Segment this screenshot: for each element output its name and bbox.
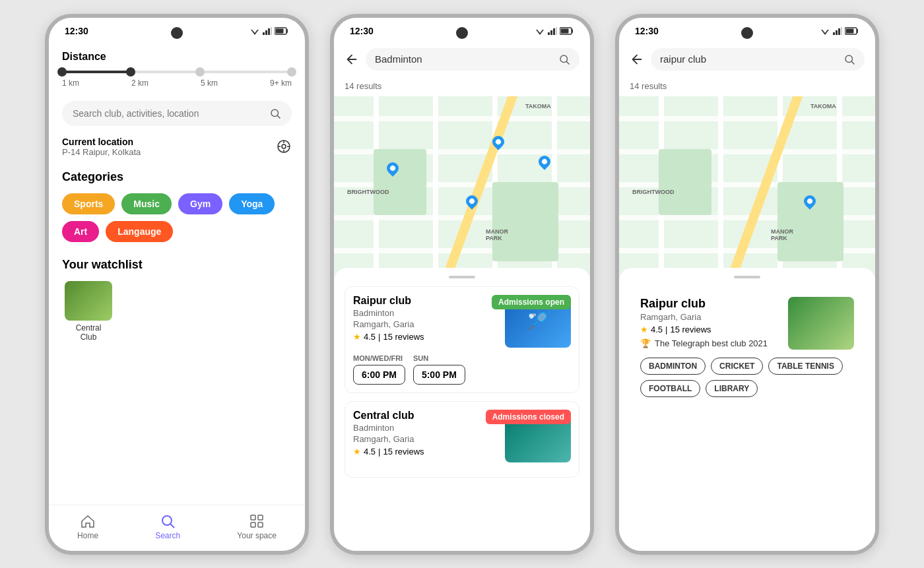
signal-icon-2 [548, 27, 557, 35]
svg-rect-19 [258, 515, 263, 520]
svg-rect-21 [258, 522, 263, 527]
svg-rect-25 [550, 30, 552, 35]
club-award-badge: 🏆 The Telegraph best club 2021 [640, 338, 780, 348]
nav-space[interactable]: Your space [237, 513, 277, 540]
star-icon: ★ [353, 332, 361, 342]
home-icon [80, 513, 96, 529]
club-reviews: 15 reviews [670, 325, 711, 334]
map-area-3[interactable]: BRIGHTWOOD MANORPARK TAKOMA [619, 96, 875, 281]
search-input-3[interactable] [660, 53, 838, 65]
map-label-takoma: TAKOMA [525, 103, 551, 110]
chip-sports[interactable]: Sports [62, 193, 115, 214]
card-info-raipur: Raipur club Badminton Ramgarh, Garia ★ 4… [353, 295, 497, 348]
slider-thumb-4[interactable] [287, 67, 296, 77]
location-title: Current location [62, 137, 141, 147]
chip-gym[interactable]: Gym [178, 193, 222, 214]
battery-icon [275, 27, 289, 35]
club-detail-location: Ramgarh, Garia [640, 312, 780, 322]
slider-thumb-1[interactable] [57, 67, 67, 77]
chip-language[interactable]: Langauge [106, 221, 173, 242]
search-icon-2[interactable] [558, 53, 570, 65]
nav-space-label: Your space [237, 531, 277, 540]
tag-football[interactable]: FOOTBALL [640, 380, 700, 397]
trophy-icon: 🏆 [640, 338, 651, 348]
result-card-raipur[interactable]: Admissions open Raipur club Badminton Ra… [345, 286, 579, 393]
chip-music[interactable]: Music [121, 193, 172, 214]
watchlist-title: Your watchlist [62, 258, 292, 272]
svg-point-30 [560, 55, 568, 63]
tag-table-tennis[interactable]: TABLE TENNIS [768, 358, 842, 375]
reviews-count-2: 15 reviews [383, 447, 424, 457]
nav-home[interactable]: Home [77, 513, 98, 540]
distance-slider[interactable]: 1 km 2 km 5 km 9+ km [62, 71, 292, 88]
nav-search-label: Search [155, 531, 180, 540]
watchlist-thumbnail [65, 281, 112, 321]
club-rating-value: 4.5 [651, 325, 663, 334]
svg-point-40 [845, 55, 853, 63]
svg-line-9 [277, 115, 280, 118]
schedule-day-2: SUN [413, 354, 465, 362]
watchlist-item-central[interactable]: CentralClub [62, 281, 115, 342]
reviews-count: 15 reviews [383, 332, 424, 342]
results-sheet-3: Raipur club Ramgarh, Garia ★ 4.5 | 15 re… [619, 268, 875, 551]
map-label-brightwood: BRIGHTWOOD [347, 189, 389, 195]
svg-rect-35 [836, 30, 838, 35]
search-nav-icon [160, 513, 176, 529]
status-bar-2: 12:30 [334, 18, 590, 40]
results-sheet-2: Admissions open Raipur club Badminton Ra… [334, 268, 590, 551]
map-label-brightwood-3: BRIGHTWOOD [632, 189, 675, 195]
sheet-handle-2 [449, 276, 475, 278]
map-area-2[interactable]: BRIGHTWOOD MANORPARK TAKOMA [334, 96, 590, 281]
search-header-2 [334, 40, 590, 79]
club-rating-sep: | [665, 325, 667, 334]
svg-rect-29 [561, 28, 569, 33]
card-info-central: Central club Badminton Ramgarh, Garia ★ … [353, 410, 497, 462]
battery-icon-3 [845, 27, 859, 35]
slider-thumb-3[interactable] [195, 67, 205, 77]
svg-rect-34 [833, 32, 835, 35]
slider-thumb-2[interactable] [126, 67, 135, 77]
svg-rect-4 [268, 28, 270, 35]
search-icon-3[interactable] [843, 53, 855, 65]
svg-rect-27 [556, 27, 557, 35]
result-card-central[interactable]: Admissions closed Central club Badminton… [345, 401, 579, 478]
chip-yoga[interactable]: Yoga [229, 193, 275, 214]
svg-line-41 [851, 61, 854, 64]
tag-library[interactable]: LIBRARY [706, 380, 758, 397]
search-input-1[interactable] [73, 108, 264, 119]
svg-line-31 [566, 61, 569, 64]
nav-home-label: Home [77, 531, 98, 540]
svg-rect-26 [553, 28, 555, 35]
search-bar-3[interactable] [651, 48, 865, 71]
phone-3: 12:30 14 results BRIGHT [615, 14, 879, 555]
club-detail-card[interactable]: Raipur club Ramgarh, Garia ★ 4.5 | 15 re… [630, 286, 865, 408]
wifi-icon [249, 27, 260, 35]
svg-point-11 [282, 144, 286, 148]
svg-rect-36 [838, 28, 840, 35]
search-bar-1[interactable] [62, 101, 292, 126]
schedule-sun: SUN 5:00 PM [413, 354, 465, 385]
status-icons-3 [820, 27, 859, 35]
chip-art[interactable]: Art [62, 221, 99, 242]
camera-dot-3 [741, 27, 753, 39]
slider-fill [62, 71, 131, 73]
map-label-manor: MANORPARK [486, 228, 508, 241]
tag-badminton[interactable]: BADMINTON [640, 358, 706, 375]
phone-1: 12:30 Distance 1 km 2 km [45, 14, 309, 555]
admission-badge-closed: Admissions closed [486, 410, 571, 424]
tag-cricket[interactable]: CRICKET [711, 358, 763, 375]
back-icon-3[interactable] [630, 52, 644, 67]
search-icon-1 [269, 108, 281, 119]
watchlist-label: CentralClub [76, 323, 102, 342]
screen-1: Distance 1 km 2 km 5 km 9+ km [49, 40, 305, 505]
search-input-2[interactable] [375, 53, 553, 65]
location-icon[interactable] [276, 139, 292, 154]
search-bar-2[interactable] [366, 48, 579, 71]
wifi-icon-3 [820, 27, 830, 35]
space-icon [249, 513, 265, 529]
back-icon-2[interactable] [345, 52, 359, 67]
rating-sep-2: | [378, 447, 380, 457]
status-bar-1: 12:30 [49, 18, 305, 40]
map-pin-3[interactable] [536, 153, 552, 170]
nav-search[interactable]: Search [155, 513, 180, 540]
